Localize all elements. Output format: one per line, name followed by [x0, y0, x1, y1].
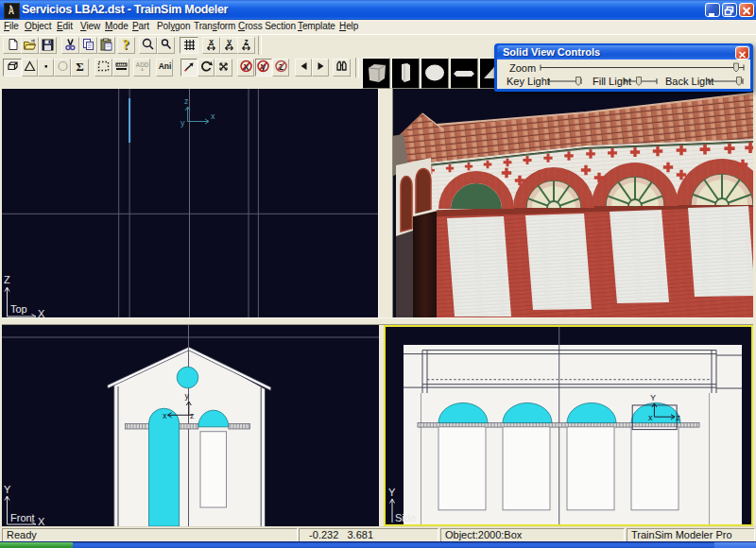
svg-text:Z: Z [4, 274, 10, 285]
svg-text:x: x [163, 411, 167, 420]
svg-text:Front: Front [10, 512, 35, 523]
svg-text:Y: Y [388, 487, 396, 498]
svg-text:X: X [38, 308, 45, 317]
svg-text:Ani: Ani [158, 61, 171, 71]
svg-text:z: z [184, 96, 189, 106]
svg-text:X: X [38, 516, 45, 526]
svg-text:z: z [190, 411, 195, 420]
svg-text:y: y [180, 118, 185, 128]
svg-text:?: ? [123, 38, 129, 51]
svg-text:y: y [185, 391, 190, 401]
svg-text:Y: Y [4, 484, 11, 495]
svg-text:x: x [211, 111, 215, 121]
svg-text:Y: Y [650, 393, 656, 402]
svg-text:z: z [677, 413, 681, 422]
svg-text:Top: Top [10, 303, 27, 315]
svg-text:Σ: Σ [76, 60, 84, 73]
svg-text:ADD: ADD [135, 61, 148, 68]
svg-text:x: x [648, 413, 653, 422]
svg-text:Side: Side [395, 512, 416, 523]
